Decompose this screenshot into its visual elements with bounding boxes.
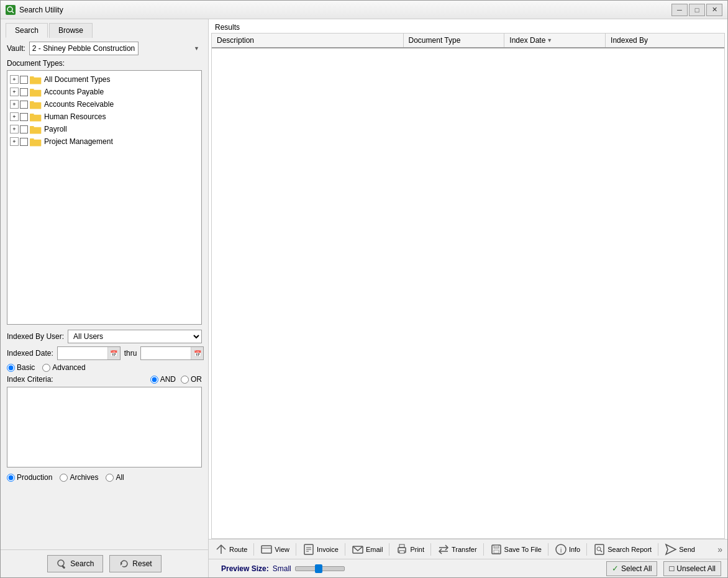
search-btn-icon [57,559,68,569]
preview-size-section: Preview Size: Small [221,564,345,573]
checkbox-hr[interactable] [20,113,28,121]
tree-label-hr: Human Resources [44,112,106,121]
sep8 [586,543,587,556]
tab-browse[interactable]: Browse [49,23,93,38]
svg-rect-31 [494,545,499,548]
doc-types-label: Document Types: [1,58,208,69]
expand-ap[interactable]: + [10,88,19,96]
indexed-by-user-label: Indexed By User: [7,332,64,341]
date-from-wrapper: 📅 [57,346,121,360]
results-table[interactable]: Description Document Type Index Date ▼ I… [211,33,725,539]
date-to-calendar-btn[interactable]: 📅 [191,347,203,359]
sort-arrow-index-date: ▼ [547,37,552,43]
save-to-file-button[interactable]: Save To File [486,541,545,558]
svg-line-1 [12,11,14,13]
email-button[interactable]: Email [348,541,387,558]
col-index-date[interactable]: Index Date ▼ [504,34,606,47]
radio-and[interactable]: AND [150,375,176,384]
reset-button[interactable]: Reset [109,555,161,572]
left-panel: Search Browse Vault: 2 - Shiney Pebble C… [1,19,209,577]
svg-line-37 [601,550,603,552]
expand-payroll[interactable]: + [10,125,19,133]
tree-item-pm[interactable]: + Project Management [9,135,200,148]
folder-icon-ap [30,87,42,97]
expand-ar[interactable]: + [10,100,19,109]
tree-item-hr[interactable]: + Human Resources [9,111,200,123]
expand-hr[interactable]: + [10,112,19,121]
checkbox-ar[interactable] [20,101,28,109]
send-button[interactable]: Send [661,541,699,558]
radio-basic[interactable]: Basic [7,363,35,372]
tree-item-all[interactable]: + All Document Types [9,73,200,86]
tab-search[interactable]: Search [6,23,48,38]
email-icon [352,543,364,556]
transfer-icon [437,543,450,556]
svg-rect-27 [399,551,404,553]
checkbox-payroll[interactable] [20,125,28,133]
maximize-button[interactable]: □ [689,4,705,16]
main-window: Search Utility ─ □ ✕ Search Browse Vault… [0,0,728,578]
checkbox-pm[interactable] [20,138,28,146]
send-icon [665,543,677,556]
thru-label: thru [124,349,137,358]
preview-value: Small [273,564,291,573]
main-content: Search Browse Vault: 2 - Shiney Pebble C… [1,19,727,577]
app-icon [6,5,16,15]
window-title: Search Utility [19,6,63,14]
indexed-by-user-select[interactable]: All Users [68,330,202,343]
date-from-calendar-btn[interactable]: 📅 [107,347,120,359]
reset-btn-icon [119,559,130,569]
vault-select[interactable]: 2 - Shiney Pebble Construction [29,42,139,55]
sep9 [658,543,658,556]
date-from-input[interactable] [58,348,107,358]
checkbox-all[interactable] [20,76,28,84]
radio-production[interactable]: Production [7,473,52,482]
preview-slider-track[interactable] [295,566,345,571]
view-icon [260,543,273,556]
close-button[interactable]: ✕ [706,4,722,16]
tree-item-ap[interactable]: + Accounts Payable [9,86,200,98]
sep3 [345,543,345,556]
folder-icon-hr [30,112,42,122]
route-button[interactable]: Route [211,541,251,558]
expand-all[interactable]: + [10,75,19,84]
title-bar-left: Search Utility [6,5,63,15]
tree-label-pm: Project Management [44,137,113,146]
tree-item-ar[interactable]: + Accounts Receivable [9,98,200,111]
unselect-all-button[interactable]: □ Unselect All [663,561,721,576]
unselect-all-icon: □ [669,564,674,573]
tree-label-ap: Accounts Payable [44,88,104,96]
invoice-button[interactable]: Invoice [299,541,342,558]
checkbox-ap[interactable] [20,88,28,96]
radio-archives[interactable]: Archives [60,473,98,482]
folder-icon-ar [30,99,42,109]
print-button[interactable]: Print [392,541,428,558]
date-to-input[interactable] [141,348,191,358]
sep6 [483,543,484,556]
svg-rect-13 [30,138,34,140]
search-button[interactable]: Search [47,555,103,572]
search-report-icon [593,543,606,556]
tree-item-payroll[interactable]: + Payroll [9,123,200,135]
radio-all[interactable]: All [106,473,124,482]
toolbar-more-btn[interactable]: » [717,544,725,554]
transfer-button[interactable]: Transfer [434,541,481,558]
info-button[interactable]: i Info [551,541,584,558]
select-all-button[interactable]: ✓ Select All [606,561,657,576]
search-report-button[interactable]: Search Report [589,541,655,558]
minimize-button[interactable]: ─ [671,4,688,16]
date-to-wrapper: 📅 [140,346,204,360]
radio-or[interactable]: OR [181,375,202,384]
title-buttons: ─ □ ✕ [671,4,722,16]
tree-area: + All Document Types + [7,70,202,325]
sep1 [253,543,254,556]
col-description[interactable]: Description [212,34,404,47]
expand-pm[interactable]: + [10,137,19,146]
col-document-type[interactable]: Document Type [404,34,505,47]
view-button[interactable]: View [257,541,293,558]
radio-advanced[interactable]: Advanced [42,363,85,372]
preview-slider-thumb[interactable] [315,564,322,573]
indexed-by-user-row: Indexed By User: All Users [7,330,202,343]
indexed-date-row: Indexed Date: 📅 thru 📅 [7,346,202,360]
col-indexed-by[interactable]: Indexed By [606,34,724,47]
